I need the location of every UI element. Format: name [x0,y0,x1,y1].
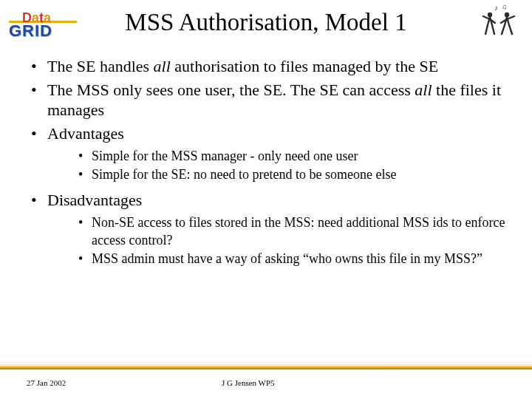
sub-list: Simple for the MSS manager - only need o… [47,148,507,184]
text-run: all [415,81,432,99]
list-item: DisadvantagesNon-SE access to files stor… [27,190,507,268]
text-run: all [154,57,171,75]
text-run: Disadvantages [47,191,142,209]
list-item: AdvantagesSimple for the MSS manager - o… [27,123,507,184]
list-item: Non-SE access to files stored in the MSS… [78,214,507,249]
text-run: authorisation to files managed by the SE [171,57,438,75]
text-run: Advantages [47,124,124,143]
text-run: The MSS only sees one user, the SE. The … [47,81,415,99]
list-item: The SE handles all authorisation to file… [27,56,507,77]
page-title: MSS Authorisation, Model 1 [0,9,532,36]
text-run: The SE handles [47,57,154,75]
sub-list: Non-SE access to files stored in the MSS… [47,214,507,267]
slide: Data GRID ♪ ♫ MSS Authorisation, Model 1… [0,0,532,399]
footer-date: 27 Jan 2002 [27,378,66,387]
list-item: MSS admin must have a way of asking “who… [78,250,507,267]
footer-author: J G Jensen WP5 [222,378,275,387]
list-item: The MSS only sees one user, the SE. The … [27,80,507,120]
list-item: Simple for the MSS manager - only need o… [78,148,507,165]
bullet-list: The SE handles all authorisation to file… [27,56,507,267]
content-area: The SE handles all authorisation to file… [27,56,507,273]
footer-divider [0,365,532,369]
list-item: Simple for the SE: no need to pretend to… [78,166,507,183]
